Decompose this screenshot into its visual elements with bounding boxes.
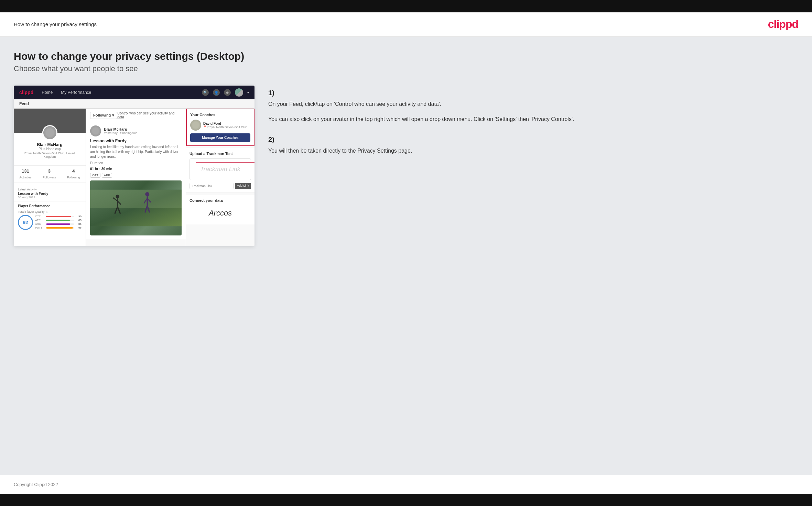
nav-my-performance[interactable]: My Performance — [61, 90, 91, 95]
profile-avatar — [42, 125, 57, 140]
trackman-title: Upload a Trackman Test — [190, 152, 251, 156]
step-1-text-2: You can also click on your avatar in the… — [268, 115, 798, 124]
nav-home[interactable]: Home — [42, 90, 53, 95]
metric-label: OTT — [35, 215, 45, 218]
stat-followers: 3 Followers — [43, 168, 56, 180]
trackman-placeholder: Trackman Link — [193, 166, 248, 173]
app-logo: clippd — [19, 90, 33, 95]
metric-label: PUTT — [35, 226, 45, 229]
profile-club: Royal North Devon Golf Club, United King… — [18, 152, 82, 158]
connect-section: Connect your data Arccos — [186, 195, 255, 224]
metric-row: APP 85 — [35, 219, 82, 222]
trackman-link-input[interactable] — [190, 183, 234, 189]
activity-tags: OTT APP — [90, 173, 182, 178]
site-footer: Copyright Clippd 2022 — [0, 475, 812, 494]
coach-club: 📍 Royal North Devon Golf Club — [203, 125, 247, 129]
trackman-section: Upload a Trackman Test Trackman Link Add… — [186, 148, 255, 193]
profile-stats: 131 Activities 3 Followers 4 Following — [14, 165, 86, 183]
step-2-number: 2) — [268, 136, 798, 144]
coach-name: David Ford — [203, 122, 247, 125]
copyright-text: Copyright Clippd 2022 — [14, 482, 58, 487]
activity-duration-value: 01 hr : 30 min — [90, 167, 182, 171]
tpq-label: Total Player Quality ℹ — [18, 210, 82, 213]
add-link-button[interactable]: Add Link — [235, 183, 251, 189]
coach-avatar — [190, 120, 201, 131]
metric-bar — [46, 220, 70, 221]
user-avatar[interactable] — [235, 88, 243, 97]
trackman-input-row: Add Link — [190, 183, 251, 189]
step-2-text: You will then be taken directly to the P… — [268, 146, 798, 155]
activity-username: Blair McHarg — [104, 127, 137, 131]
activity-title: Lesson with Fordy — [90, 139, 182, 143]
svg-point-8 — [145, 192, 149, 196]
chevron-down-icon: ▾ — [112, 113, 114, 118]
metric-row: PUTT 96 — [35, 226, 82, 229]
connect-title: Connect your data — [190, 198, 251, 202]
activity-duration-label: Duration — [90, 161, 182, 165]
coaches-section: Your Coaches David Ford 📍 Royal North De… — [186, 109, 255, 146]
arccos-logo: Arccos — [190, 205, 251, 221]
step-1: 1) On your Feed, click/tap on 'Control w… — [268, 89, 798, 123]
metric-label: ARG — [35, 222, 45, 225]
activity-user-avatar — [90, 125, 101, 136]
user-icon[interactable]: 👤 — [213, 89, 220, 96]
metric-value: 85 — [75, 219, 82, 222]
latest-activity-label: Latest Activity — [18, 188, 82, 191]
search-icon[interactable]: 🔍 — [202, 89, 209, 96]
step-2: 2) You will then be taken directly to th… — [268, 136, 798, 155]
main-heading: How to change your privacy settings (Des… — [14, 51, 798, 62]
coach-info: David Ford 📍 Royal North Devon Golf Club — [203, 122, 247, 129]
activity-card: Blair McHarg Yesterday · Sunningdale Les… — [86, 122, 186, 239]
app-body: Blair McHarg Plus Handicap Royal North D… — [14, 109, 255, 246]
activity-description: Looking to feel like my hands are exitin… — [90, 145, 182, 159]
step-1-text-1: On your Feed, click/tap on 'Control who … — [268, 100, 798, 109]
feed-tab-label[interactable]: Feed — [19, 101, 29, 106]
profile-badge: Plus Handicap — [18, 147, 82, 151]
metric-row: ARG 86 — [35, 222, 82, 225]
feed-main: Following ▾ Control who can see your act… — [86, 109, 186, 246]
performance-title: Player Performance — [18, 204, 82, 208]
metric-bar-container — [46, 223, 74, 225]
following-value: 4 — [67, 168, 80, 174]
latest-activity-name: Lesson with Fordy — [18, 192, 82, 196]
manage-coaches-button[interactable]: Manage Your Coaches — [190, 133, 250, 142]
activity-user-info: Blair McHarg Yesterday · Sunningdale — [104, 127, 137, 135]
avatar-dropdown-icon[interactable]: ▾ — [247, 91, 249, 95]
compass-icon[interactable]: ⊕ — [224, 89, 231, 96]
svg-point-2 — [116, 195, 119, 198]
trackman-box: Trackman Link — [190, 158, 251, 180]
tpq-row: 92 OTT 90 APP 85 ARG — [18, 215, 82, 230]
stat-activities: 131 Activities — [19, 168, 32, 180]
metric-row: OTT 90 — [35, 215, 82, 218]
followers-value: 3 — [43, 168, 56, 174]
metric-bar — [46, 216, 71, 217]
activity-header: Blair McHarg Yesterday · Sunningdale — [90, 125, 182, 136]
metric-value: 86 — [75, 222, 82, 225]
metric-bar-container — [46, 227, 74, 229]
coach-item: David Ford 📍 Royal North Devon Golf Club — [190, 120, 250, 131]
content-layout: clippd Home My Performance 🔍 👤 ⊕ ▾ Feed — [14, 86, 798, 246]
instructions: 1) On your Feed, click/tap on 'Control w… — [268, 86, 798, 168]
tpq-circle: 92 — [18, 215, 33, 230]
metric-bar — [46, 227, 73, 229]
right-sidebar: Your Coaches David Ford 📍 Royal North De… — [186, 109, 255, 246]
activity-meta: Yesterday · Sunningdale — [104, 131, 137, 135]
app-nav-right: 🔍 👤 ⊕ ▾ — [202, 88, 249, 97]
control-privacy-link[interactable]: Control who can see your activity and da… — [117, 111, 182, 119]
site-header: How to change your privacy settings clip… — [0, 12, 812, 37]
feed-tab: Feed — [14, 99, 255, 109]
tpq-info-icon: ℹ — [46, 210, 47, 213]
profile-sidebar: Blair McHarg Plus Handicap Royal North D… — [14, 109, 86, 246]
following-button[interactable]: Following ▾ — [90, 112, 117, 119]
svg-rect-1 — [90, 190, 182, 208]
profile-cover — [14, 109, 86, 133]
activities-value: 131 — [19, 168, 32, 174]
followers-label: Followers — [43, 176, 56, 179]
metric-bar-container — [46, 216, 74, 217]
page-title: How to change your privacy settings — [14, 21, 97, 27]
activities-label: Activities — [19, 176, 32, 179]
metric-bar-container — [46, 220, 74, 221]
latest-activity-date: 03 Aug 2022 — [18, 196, 82, 199]
bottom-bar — [0, 494, 812, 506]
feed-top-bar: Following ▾ Control who can see your act… — [86, 109, 186, 122]
